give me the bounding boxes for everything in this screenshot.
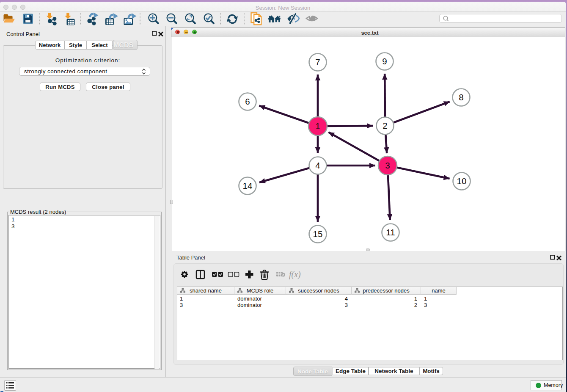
svg-text:15: 15 <box>313 229 323 239</box>
svg-text:f(x): f(x) <box>289 270 301 279</box>
svg-text:9: 9 <box>382 56 387 66</box>
svg-text:3: 3 <box>385 160 390 170</box>
svg-text:8: 8 <box>459 92 463 102</box>
svg-text:6: 6 <box>245 97 250 106</box>
svg-text:2: 2 <box>383 121 387 130</box>
svg-text:14: 14 <box>243 181 253 190</box>
svg-text:4: 4 <box>315 160 320 170</box>
svg-text:11: 11 <box>386 227 395 237</box>
svg-text:10: 10 <box>457 176 467 186</box>
svg-text:1: 1 <box>315 121 320 131</box>
svg-text:7: 7 <box>315 57 320 67</box>
